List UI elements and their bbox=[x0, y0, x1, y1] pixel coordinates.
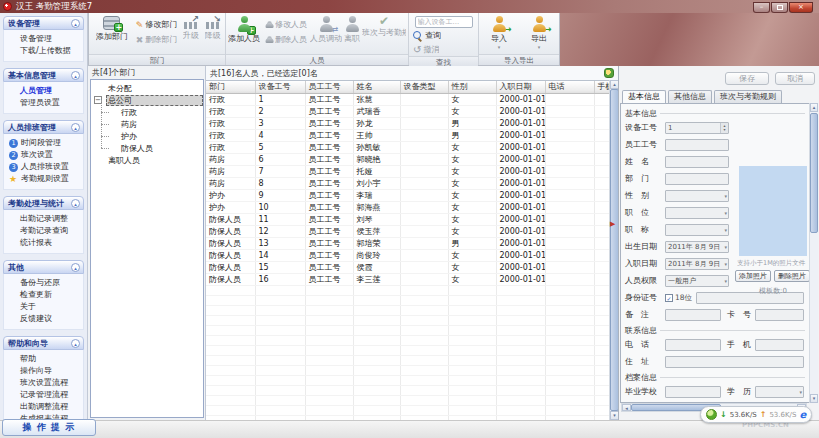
collapse-icon[interactable] bbox=[71, 199, 80, 208]
detail-tab[interactable]: 其他信息 bbox=[668, 90, 712, 103]
delete-department-button[interactable]: ✖ 删除部门 bbox=[134, 33, 180, 46]
spinner-arrows-icon[interactable]: ▴▾ bbox=[720, 123, 728, 133]
downgrade-department-button[interactable]: 降级 bbox=[202, 14, 223, 54]
sidebar-item[interactable]: 操作向导 bbox=[4, 365, 83, 377]
table-row[interactable]: 行政3员工工号孙龙男2000-01-01 bbox=[206, 117, 609, 129]
detail-tab[interactable]: 基本信息 bbox=[622, 90, 666, 103]
sidebar-group-header[interactable]: 设备管理 bbox=[3, 16, 84, 30]
table-row[interactable]: 防保人员16员工工号李三莲女2000-01-01 bbox=[206, 273, 609, 285]
sidebar-group-header[interactable]: 帮助和向导 bbox=[3, 336, 84, 350]
table-row[interactable]: 护办9员工工号李瑞女2000-01-01 bbox=[206, 189, 609, 201]
splitter-collapse-arrow[interactable]: ▶ bbox=[610, 220, 615, 228]
tree-node[interactable]: 未分配 bbox=[91, 82, 203, 94]
sidebar-item[interactable]: 3人员排班设置 bbox=[4, 161, 83, 173]
device-no-spinner[interactable]: 1▴▾ bbox=[665, 122, 729, 134]
delete-person-button[interactable]: 删除人员 bbox=[261, 33, 309, 46]
table-row[interactable]: 防保人员13员工工号郭培荣男2000-01-01 bbox=[206, 237, 609, 249]
table-row[interactable]: 药房6员工工号郭晓艳女2000-01-01 bbox=[206, 153, 609, 165]
id-length-checkbox[interactable]: ✓ bbox=[665, 294, 673, 302]
column-header[interactable]: 部门 bbox=[206, 81, 255, 93]
column-header[interactable]: 姓名 bbox=[353, 81, 400, 93]
job-title-select[interactable]: ▾ bbox=[665, 224, 729, 236]
table-row[interactable]: 行政1员工工号张慧女2000-01-01 bbox=[206, 93, 609, 105]
shift-rule-button[interactable]: ✔ 班次与考勤规则 bbox=[362, 14, 406, 54]
permission-select[interactable]: 一般用户▾ bbox=[665, 275, 729, 287]
school-field[interactable] bbox=[665, 386, 721, 398]
transfer-person-button[interactable]: ⇄ 人员调动 bbox=[310, 14, 342, 54]
scroll-down-icon[interactable]: ▾ bbox=[810, 394, 818, 403]
column-header[interactable]: 设备类型 bbox=[400, 81, 448, 93]
undo-button[interactable]: ↺ 撤消 bbox=[411, 43, 476, 56]
sidebar-item[interactable]: 下载/上传数据 bbox=[4, 45, 83, 57]
collapse-icon[interactable] bbox=[71, 71, 80, 80]
department-field[interactable] bbox=[665, 173, 729, 185]
sidebar-item[interactable]: 管理员设置 bbox=[4, 97, 83, 109]
table-row[interactable]: 防保人员15员工工号侯霞女2000-01-01 bbox=[206, 261, 609, 273]
address-field[interactable] bbox=[665, 356, 804, 368]
modify-department-button[interactable]: ✎ 修改部门 bbox=[134, 18, 180, 31]
sidebar-item[interactable]: 统计报表 bbox=[4, 237, 83, 249]
sidebar-item[interactable]: 检查更新 bbox=[4, 289, 83, 301]
table-row[interactable]: 护办10员工工号郭海燕女2000-01-01 bbox=[206, 201, 609, 213]
table-row[interactable]: 行政2员工工号武瑞香女2000-01-01 bbox=[206, 105, 609, 117]
scroll-up-icon[interactable]: ▴ bbox=[810, 103, 818, 112]
sidebar-item[interactable]: 反馈建议 bbox=[4, 313, 83, 325]
detail-tab[interactable]: 班次与考勤规则 bbox=[714, 90, 782, 103]
collapse-icon[interactable] bbox=[71, 123, 80, 132]
sidebar-group-header[interactable]: 考勤处理与统计 bbox=[3, 196, 84, 210]
name-field[interactable] bbox=[665, 156, 729, 168]
table-vertical-scrollbar[interactable]: ▴ ▾ bbox=[609, 80, 618, 420]
tree-node[interactable]: 药房 bbox=[91, 118, 203, 130]
sidebar-item[interactable]: 帮助 bbox=[4, 353, 83, 365]
table-row[interactable]: 药房8员工工号刘小宇女2000-01-01 bbox=[206, 177, 609, 189]
tree-node[interactable]: −总公司 bbox=[91, 94, 203, 106]
sidebar-item[interactable]: 关于 bbox=[4, 301, 83, 313]
operation-tip-tab[interactable]: 操 作 提 示 bbox=[2, 419, 96, 436]
table-row[interactable]: 防保人员11员工工号刘琴女2000-01-01 bbox=[206, 213, 609, 225]
collapse-icon[interactable] bbox=[71, 263, 80, 272]
query-button[interactable]: 查询 bbox=[411, 29, 476, 42]
network-speed-widget[interactable]: ↓ 53.6K/S ↑ 53.6K/S e bbox=[700, 406, 812, 423]
remark-field[interactable] bbox=[665, 309, 721, 321]
delete-photo-button[interactable]: 删除照片 bbox=[774, 270, 810, 282]
close-button[interactable]: × bbox=[789, 2, 813, 13]
education-select[interactable]: ▾ bbox=[755, 386, 804, 398]
detail-vertical-scrollbar[interactable]: ▴ ▾ bbox=[809, 103, 818, 403]
tree-node[interactable]: 行政 bbox=[91, 106, 203, 118]
scrollbar-thumb[interactable] bbox=[810, 113, 818, 233]
resign-button[interactable]: 离职 bbox=[343, 14, 361, 54]
sidebar-item[interactable]: ★考勤规则设置 bbox=[4, 173, 83, 185]
search-input[interactable] bbox=[415, 16, 473, 28]
sidebar-item[interactable]: 出勤记录调整 bbox=[4, 213, 83, 225]
table-row[interactable]: 防保人员14员工工号尚俊玲女2000-01-01 bbox=[206, 249, 609, 261]
add-photo-button[interactable]: 添加照片 bbox=[735, 270, 771, 282]
save-button[interactable]: 保存 bbox=[725, 72, 769, 85]
browser-icon[interactable]: e bbox=[799, 409, 806, 420]
add-department-button[interactable]: + 添加部门 bbox=[91, 14, 133, 54]
sidebar-item[interactable]: 班次设置流程 bbox=[4, 377, 83, 389]
cancel-button[interactable]: 取消 bbox=[775, 72, 815, 85]
export-button[interactable]: → 导出 ▾ bbox=[523, 14, 555, 54]
column-header[interactable]: 电话 bbox=[545, 81, 594, 93]
sidebar-group-header[interactable]: 基本信息管理 bbox=[3, 68, 84, 82]
modify-person-button[interactable]: 修改人员 bbox=[261, 18, 309, 31]
table-row[interactable]: 防保人员12员工工号侯玉萍女2000-01-01 bbox=[206, 225, 609, 237]
column-header[interactable]: 入职日期 bbox=[496, 81, 545, 93]
emp-no-field[interactable] bbox=[665, 139, 729, 151]
card-no-field[interactable] bbox=[755, 309, 804, 321]
column-header[interactable]: 性别 bbox=[448, 81, 496, 93]
sidebar-item[interactable]: 出勤调整流程 bbox=[4, 401, 83, 413]
birth-date-picker[interactable]: 2011年 8月 9日▾ bbox=[665, 241, 729, 253]
sidebar-group-header[interactable]: 人员排班管理 bbox=[3, 120, 84, 134]
maximize-button[interactable] bbox=[771, 2, 788, 13]
table-row[interactable]: 行政5员工工号孙凯敏女2000-01-01 bbox=[206, 141, 609, 153]
hire-date-picker[interactable]: 2011年 8月 9日▾ bbox=[665, 258, 729, 270]
sidebar-item[interactable]: 人员管理 bbox=[4, 85, 83, 97]
sidebar-item[interactable]: 1时间段管理 bbox=[4, 137, 83, 149]
collapse-icon[interactable] bbox=[71, 19, 80, 28]
import-button[interactable]: → 导入 ▾ bbox=[483, 14, 515, 54]
add-person-button[interactable]: + 添加人员 bbox=[228, 14, 260, 54]
phone-field[interactable] bbox=[665, 339, 721, 351]
upgrade-department-button[interactable]: 升级 bbox=[180, 14, 201, 54]
sidebar-item[interactable]: 2班次设置 bbox=[4, 149, 83, 161]
